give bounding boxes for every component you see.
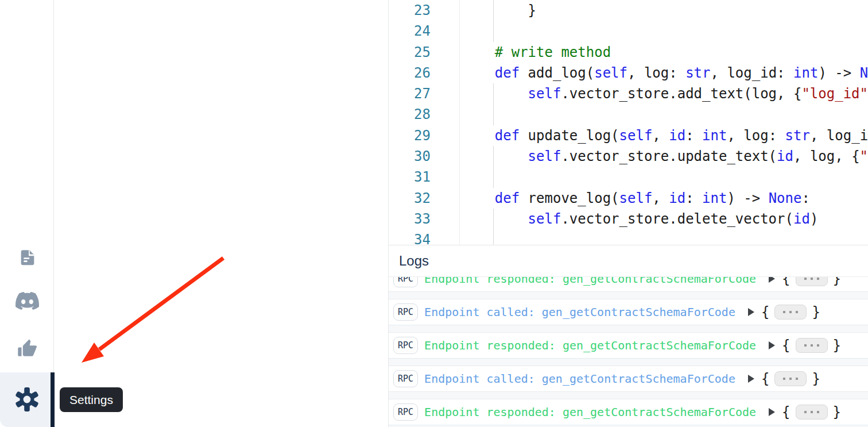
logs-list[interactable]: RPCEndpoint responded: gen_getContractSc… — [389, 277, 868, 427]
line-number: 25 — [389, 42, 459, 63]
indent-guide — [493, 104, 494, 125]
settings-tooltip: Settings — [60, 387, 123, 412]
log-row[interactable]: RPCEndpoint responded: gen_getContractSc… — [389, 277, 868, 292]
ellipsis-pill[interactable] — [774, 371, 807, 386]
line-number: 32 — [389, 188, 459, 209]
code-line: } — [460, 0, 868, 21]
code-line — [460, 167, 868, 187]
open-brace: { — [782, 277, 790, 287]
logs-panel: Logs RPCEndpoint responded: gen_getContr… — [389, 245, 868, 427]
code-line: def remove_log(self, id: int) -> None: — [460, 188, 868, 209]
log-row[interactable]: RPCEndpoint responded: gen_getContractSc… — [389, 399, 868, 425]
ellipsis-pill[interactable] — [796, 277, 828, 286]
sidebar-item-discord[interactable] — [12, 286, 42, 316]
sidebar-item-settings[interactable] — [12, 384, 42, 414]
expand-triangle-icon[interactable] — [769, 408, 775, 416]
thumbs-up-icon — [17, 338, 38, 360]
indent-guide — [493, 0, 494, 21]
rpc-badge: RPC — [393, 303, 418, 321]
right-panel: 232425262728293031323334 } # write metho… — [388, 0, 868, 427]
code-editor[interactable]: 232425262728293031323334 } # write metho… — [389, 0, 868, 245]
close-brace: } — [833, 404, 841, 420]
ellipsis-dot — [789, 311, 792, 313]
settings-tooltip-label: Settings — [69, 393, 113, 407]
code-content[interactable]: } # write method def add_log(self, log: … — [460, 0, 868, 245]
ellipsis-dot — [804, 411, 807, 413]
line-number-gutter: 232425262728293031323334 — [389, 0, 460, 245]
line-number: 26 — [389, 63, 459, 83]
document-icon — [17, 248, 37, 267]
ellipsis-pill[interactable] — [796, 338, 828, 353]
log-row[interactable]: RPCEndpoint responded: gen_getContractSc… — [389, 332, 868, 359]
line-number: 29 — [389, 125, 459, 146]
ellipsis-dot — [804, 278, 807, 280]
sidebar-item-docs[interactable] — [12, 243, 42, 272]
collapsed-json-object[interactable]: {} — [769, 337, 841, 353]
code-line — [460, 229, 868, 245]
line-number: 33 — [389, 209, 459, 229]
code-line: # write method — [460, 42, 868, 63]
line-number: 24 — [389, 21, 459, 41]
indent-guide — [493, 83, 494, 104]
line-number: 30 — [389, 146, 459, 167]
line-number: 23 — [389, 0, 459, 21]
line-number: 27 — [389, 83, 459, 104]
line-number: 31 — [389, 167, 459, 187]
collapsed-json-object[interactable]: {} — [748, 304, 820, 320]
indent-guide — [493, 21, 494, 41]
log-message: Endpoint called: gen_getContractSchemaFo… — [424, 372, 735, 386]
open-brace: { — [782, 404, 790, 420]
rpc-badge: RPC — [393, 277, 418, 287]
log-message: Endpoint responded: gen_getContractSchem… — [424, 405, 756, 419]
settings-active-indicator — [51, 372, 55, 427]
gear-icon — [14, 386, 40, 413]
code-line — [460, 104, 868, 125]
open-brace: { — [761, 371, 769, 387]
close-brace: } — [833, 337, 841, 353]
ellipsis-dot — [817, 411, 819, 413]
expand-triangle-icon[interactable] — [769, 277, 775, 283]
close-brace: } — [812, 371, 820, 387]
rpc-badge: RPC — [393, 403, 418, 421]
expand-triangle-icon[interactable] — [769, 341, 775, 349]
line-number: 28 — [389, 104, 459, 125]
app-window: { "sidebar": { "items": [ {"id": "docs",… — [0, 0, 868, 427]
open-brace: { — [761, 304, 769, 320]
discord-icon — [16, 289, 39, 313]
log-message: Endpoint responded: gen_getContractSchem… — [424, 338, 756, 352]
ellipsis-dot — [811, 344, 813, 347]
line-number: 34 — [389, 229, 459, 245]
rpc-badge: RPC — [393, 337, 418, 354]
code-line — [460, 21, 868, 41]
open-brace: { — [782, 337, 790, 353]
log-message: Endpoint responded: gen_getContractSchem… — [424, 277, 756, 286]
collapsed-json-object[interactable]: {} — [769, 277, 841, 287]
ellipsis-dot — [811, 411, 813, 413]
code-line: self.vector_store.update_text(id, log, {… — [460, 146, 868, 167]
close-brace: } — [812, 304, 820, 320]
expand-triangle-icon[interactable] — [748, 308, 754, 316]
ellipsis-pill[interactable] — [774, 305, 807, 320]
logs-panel-title: Logs — [399, 253, 429, 269]
sidebar-item-feedback[interactable] — [12, 334, 42, 364]
collapsed-json-object[interactable]: {} — [748, 371, 820, 387]
ellipsis-dot — [817, 344, 819, 347]
ellipsis-dot — [817, 278, 819, 280]
collapsed-json-object[interactable]: {} — [769, 404, 841, 420]
ellipsis-dot — [783, 378, 785, 380]
ellipsis-dot — [783, 311, 785, 313]
expand-triangle-icon[interactable] — [748, 375, 754, 383]
indent-guide — [493, 146, 494, 167]
ellipsis-dot — [796, 311, 798, 313]
log-row[interactable]: RPCEndpoint called: gen_getContractSchem… — [389, 366, 868, 392]
ellipsis-dot — [796, 378, 798, 380]
ellipsis-pill[interactable] — [796, 405, 828, 420]
code-line: def add_log(self, log: str, log_id: int)… — [460, 63, 868, 83]
log-row[interactable]: RPCEndpoint called: gen_getContractSchem… — [389, 299, 868, 325]
ellipsis-dot — [789, 378, 792, 380]
rpc-badge: RPC — [393, 370, 418, 387]
code-line: self.vector_store.delete_vector(id) — [460, 209, 868, 229]
indent-guide — [493, 167, 494, 187]
ellipsis-dot — [811, 278, 813, 280]
code-line: self.vector_store.add_text(log, {"log_id… — [460, 83, 868, 104]
